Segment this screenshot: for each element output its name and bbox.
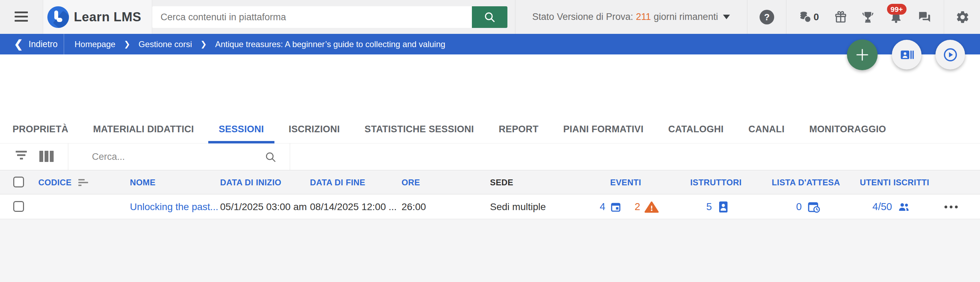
topbar: Learn LMS Stato Versione di Prova: 211 g… <box>0 0 980 34</box>
cell-utenti-iscritti: 4/50 <box>872 194 910 219</box>
chevron-down-icon <box>723 14 730 19</box>
play-circle-icon <box>943 47 958 62</box>
sort-icon[interactable] <box>78 179 88 187</box>
search-icon[interactable] <box>264 151 277 164</box>
trial-status-suffix: giorni rimanenti <box>654 11 718 22</box>
header-utenti-iscritti[interactable]: UTENTI ISCRITTI <box>860 170 929 195</box>
sessions-table-header: CODICE NOME DATA DI INIZIO DATA DI FINE … <box>0 170 980 194</box>
back-button[interactable]: ❮ Indietro <box>14 34 57 54</box>
cell-eventi: 4 2 <box>600 194 659 219</box>
global-search <box>152 6 508 28</box>
header-istruttori[interactable]: ISTRUTTORI <box>690 170 742 195</box>
hamburger-menu-icon[interactable] <box>14 11 28 22</box>
row-actions-menu[interactable] <box>945 194 958 219</box>
cell-data-inizio: 05/1/2025 03:00 am <box>220 194 307 219</box>
divider <box>290 143 290 170</box>
chevron-right-icon: ❯ <box>124 40 130 49</box>
header-lista-dattesa[interactable]: LISTA D'ATTESA <box>772 170 840 195</box>
global-search-input[interactable] <box>152 6 472 28</box>
instructor-badge-icon[interactable] <box>718 201 729 213</box>
settings-gear-icon[interactable] <box>955 10 970 24</box>
chat-icon[interactable] <box>917 10 932 24</box>
tab-cataloghi[interactable]: CATALOGHI <box>658 115 734 143</box>
header-eventi[interactable]: EVENTI <box>610 170 641 195</box>
breadcrumb-current-course: Antique treasures: A beginner’s guide to… <box>215 39 445 49</box>
tab-monitoraggio[interactable]: MONITORAGGIO <box>799 115 897 143</box>
logo-icon <box>47 6 69 28</box>
notification-badge: 99+ <box>887 4 907 14</box>
header-codice[interactable]: CODICE <box>38 170 72 195</box>
warning-icon[interactable] <box>644 201 659 213</box>
columns-icon[interactable] <box>39 151 54 162</box>
tab-piani-formativi[interactable]: PIANI FORMATIVI <box>553 115 654 143</box>
calendar-clock-icon[interactable] <box>807 201 821 213</box>
breadcrumb-gestione-corsi[interactable]: Gestione corsi <box>138 39 192 49</box>
course-tabs: PROPRIETÀ MATERIALI DIDATTICI SESSIONI I… <box>0 115 980 143</box>
contacts-button[interactable] <box>892 40 921 69</box>
cell-data-fine: 08/14/2025 12:00 ... <box>310 194 397 219</box>
tab-statistiche-sessioni[interactable]: STATISTICHE SESSIONI <box>354 115 484 143</box>
trial-status-dropdown[interactable]: Stato Versione di Prova: 211 giorni rima… <box>515 0 747 34</box>
course-header: Antique treasures: A beginner’s guide to… <box>0 54 980 115</box>
plus-icon <box>854 47 870 63</box>
calendar-icon[interactable] <box>610 201 621 213</box>
session-name-link[interactable]: Unlocking the past... <box>130 194 218 219</box>
global-search-button[interactable] <box>472 6 508 28</box>
cell-sede: Sedi multiple <box>490 194 546 219</box>
divider <box>944 0 944 34</box>
table-row: Unlocking the past... 05/1/2025 03:00 am… <box>0 194 980 219</box>
sessions-toolbar <box>0 143 980 170</box>
app-logo[interactable]: Learn LMS <box>43 0 152 34</box>
trial-days-remaining: 211 <box>636 11 651 22</box>
page-background <box>0 219 980 282</box>
contact-card-icon <box>900 48 914 62</box>
cell-lista-dattesa: 0 <box>796 194 821 219</box>
back-label: Indietro <box>29 39 57 49</box>
breadcrumb: Homepage ❯ Gestione corsi ❯ Antique trea… <box>75 34 445 54</box>
header-data-di-inizio[interactable]: DATA DI INIZIO <box>220 170 282 195</box>
cell-ore: 26:00 <box>401 194 426 219</box>
play-button[interactable] <box>935 40 965 69</box>
lista-attesa-count: 0 <box>796 201 802 213</box>
select-all-checkbox[interactable] <box>13 176 24 187</box>
tab-iscrizioni[interactable]: ISCRIZIONI <box>278 115 350 143</box>
breadcrumb-homepage[interactable]: Homepage <box>75 39 115 49</box>
gift-icon[interactable] <box>834 10 848 24</box>
tab-materiali-didattici[interactable]: MATERIALI DIDATTICI <box>83 115 204 143</box>
sessions-search-input[interactable] <box>84 143 258 170</box>
search-icon <box>483 10 496 24</box>
divider <box>786 0 786 34</box>
filter-icon[interactable] <box>16 151 27 162</box>
breadcrumb-bar: ❮ Indietro Homepage ❯ Gestione corsi ❯ A… <box>0 34 980 54</box>
row-checkbox[interactable] <box>13 201 24 212</box>
chevron-right-icon: ❯ <box>200 40 207 49</box>
istruttori-count: 5 <box>706 201 712 213</box>
tab-canali[interactable]: CANALI <box>738 115 795 143</box>
cell-istruttori: 5 <box>706 194 729 219</box>
eventi-warning-count: 2 <box>635 201 640 213</box>
coins-icon[interactable] <box>798 10 813 24</box>
header-nome[interactable]: NOME <box>130 170 156 195</box>
users-icon[interactable] <box>897 201 910 213</box>
utenti-iscritti-count: 4/50 <box>872 201 892 213</box>
add-button[interactable] <box>847 39 878 70</box>
coins-count: 0 <box>813 0 819 34</box>
trophy-icon[interactable] <box>861 10 875 24</box>
chevron-left-icon: ❮ <box>14 39 23 50</box>
trial-status-prefix: Stato Versione di Prova: <box>532 11 633 22</box>
header-data-di-fine[interactable]: DATA DI FINE <box>310 170 365 195</box>
tab-sessioni[interactable]: SESSIONI <box>208 115 274 143</box>
eventi-count: 4 <box>600 201 605 213</box>
logo-text: Learn LMS <box>74 0 142 34</box>
tab-proprieta[interactable]: PROPRIETÀ <box>2 115 79 143</box>
tab-report[interactable]: REPORT <box>488 115 549 143</box>
header-sede: SEDE <box>490 170 513 195</box>
help-icon[interactable]: ? <box>760 10 774 24</box>
header-ore[interactable]: ORE <box>401 170 420 195</box>
